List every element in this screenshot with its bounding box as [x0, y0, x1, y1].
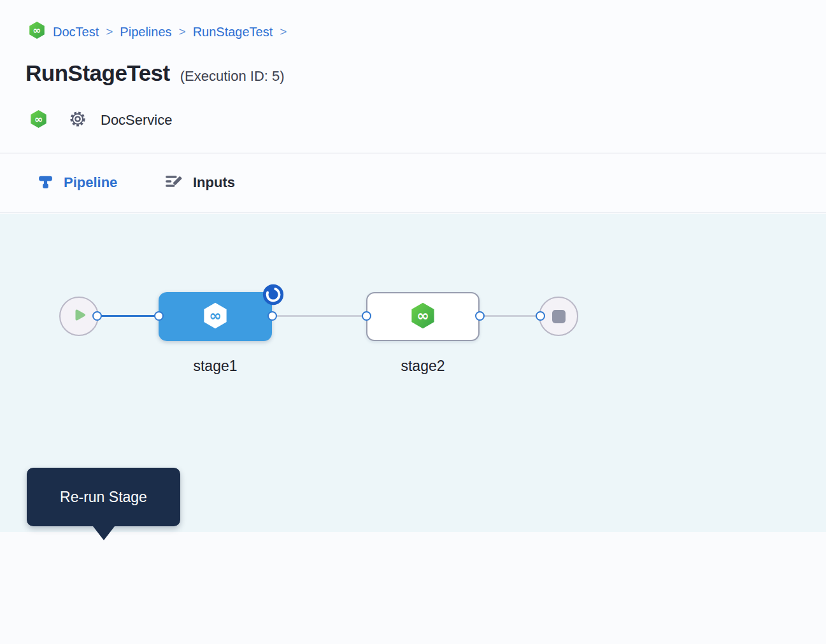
running-spinner-icon [261, 283, 285, 309]
edge-stage1-to-stage2 [272, 315, 366, 317]
tab-bar: Pipeline Inputs [0, 154, 826, 213]
connector-dot [267, 311, 277, 321]
tab-inputs[interactable]: Inputs [164, 169, 235, 197]
inputs-icon [164, 172, 183, 193]
page-title: RunStageTest [25, 60, 170, 86]
tab-inputs-label: Inputs [193, 174, 235, 191]
connector-dot [475, 311, 485, 321]
service-row: ∞ DocService [29, 109, 172, 131]
rerun-stage-tooltip-label: Re-run Stage [60, 489, 147, 506]
execution-id: (Execution ID: 5) [180, 68, 285, 85]
harness-cd-icon: ∞ [29, 109, 48, 131]
breadcrumb-link-pipelines[interactable]: Pipelines [120, 25, 171, 39]
stage1-hexagon-icon: ∞ [202, 301, 229, 333]
harness-brand-icon: ∞ [28, 21, 46, 43]
stage-details-footer: stage1 Started at: 15/11/2021, 11:34:54 … [0, 533, 826, 644]
svg-text:∞: ∞ [32, 24, 41, 36]
stop-icon [552, 310, 566, 323]
edge-start-to-stage1 [97, 315, 159, 317]
tab-pipeline[interactable]: Pipeline [37, 169, 117, 197]
connector-dot [92, 311, 102, 321]
stage-node-stage1[interactable]: ∞ [159, 292, 272, 341]
svg-text:∞: ∞ [209, 306, 222, 324]
breadcrumb-separator: > [179, 25, 186, 39]
tab-pipeline-label: Pipeline [64, 174, 117, 191]
gear-icon [69, 110, 87, 130]
stage1-label: stage1 [159, 358, 272, 375]
pipeline-execution-page: ∞ DocTest > Pipelines > RunStageTest > R… [0, 0, 826, 644]
edge-stage2-to-end [480, 315, 540, 317]
stage-node-stage2[interactable]: ∞ [366, 292, 480, 341]
tooltip-arrow [93, 526, 115, 540]
breadcrumb-separator: > [106, 25, 113, 39]
svg-text:∞: ∞ [417, 306, 429, 324]
breadcrumb: ∞ DocTest > Pipelines > RunStageTest > [28, 21, 287, 43]
play-icon [69, 305, 89, 327]
pipeline-icon [37, 173, 54, 193]
service-name-label: DocService [101, 112, 172, 129]
svg-text:∞: ∞ [34, 113, 43, 125]
breadcrumb-link-pipeline-name[interactable]: RunStageTest [193, 25, 273, 39]
connector-dot [536, 311, 545, 321]
breadcrumb-link-project[interactable]: DocTest [53, 25, 99, 39]
breadcrumb-separator: > [280, 25, 287, 39]
connector-dot [154, 311, 164, 321]
connector-dot [362, 311, 371, 321]
title-row: RunStageTest (Execution ID: 5) [25, 60, 285, 86]
rerun-stage-tooltip: Re-run Stage [27, 468, 180, 526]
stage2-label: stage2 [366, 358, 480, 375]
stage2-hexagon-icon: ∞ [409, 301, 436, 333]
page-header: ∞ DocTest > Pipelines > RunStageTest > R… [0, 0, 826, 153]
